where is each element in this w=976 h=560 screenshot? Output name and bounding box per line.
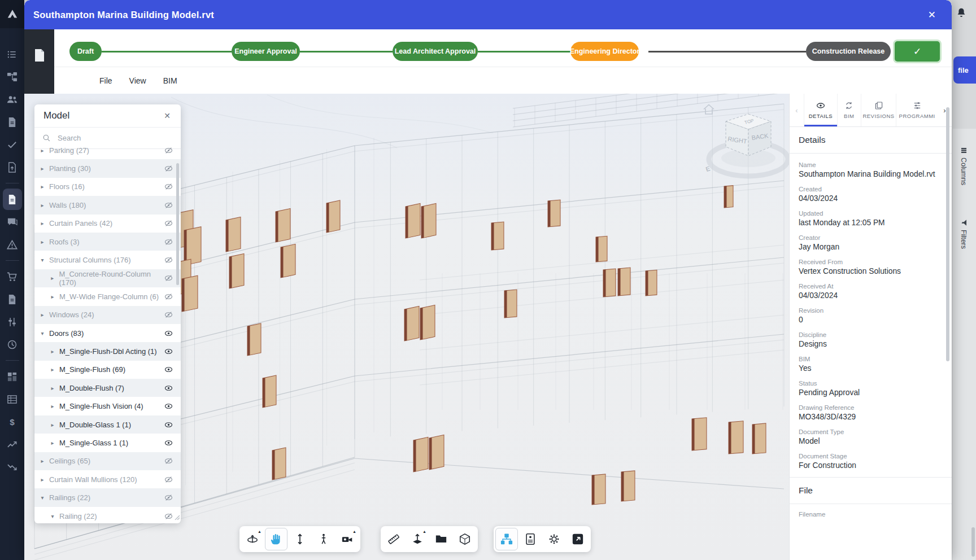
workflow-stage-0[interactable]: Draft <box>69 42 102 61</box>
chevron-right-icon[interactable]: ▸ <box>49 275 55 281</box>
sidebar-item-chat[interactable] <box>3 211 22 233</box>
tree-item[interactable]: ▾Structural Columns (176) <box>34 251 181 269</box>
sidebar-item-check[interactable] <box>3 134 22 155</box>
chevron-right-icon[interactable]: ▸ <box>39 183 46 190</box>
sidebar-item-dollar[interactable]: $ <box>3 411 22 432</box>
visibility-off-button[interactable] <box>164 475 173 484</box>
tool-folder-button[interactable] <box>430 528 452 550</box>
sidebar-item-workflow[interactable] <box>3 66 22 88</box>
chevron-right-icon[interactable]: ▸ <box>49 440 56 446</box>
chevron-right-icon[interactable]: ▸ <box>39 165 46 172</box>
chevron-down-icon[interactable]: ▾ <box>39 495 46 501</box>
tool-measure-button[interactable] <box>382 528 405 550</box>
tab-revisions[interactable]: REVISIONS <box>861 94 896 126</box>
tool-pan-button[interactable] <box>265 528 287 550</box>
tree-item[interactable]: ▸M_Single-Flush (69) <box>34 361 181 379</box>
approve-stage-button[interactable]: ✓ <box>895 41 940 62</box>
tool-zoom-vertical-button[interactable] <box>289 528 311 550</box>
chevron-right-icon[interactable]: ▸ <box>39 239 46 245</box>
tree-item[interactable]: ▸M_W-Wide Flange-Column (6) <box>34 287 181 305</box>
document-tab[interactable] <box>24 29 54 94</box>
details-panel-scrollbar[interactable] <box>946 107 949 361</box>
tree-item[interactable]: ▸Roofs (3) <box>34 233 181 251</box>
chevron-down-icon[interactable]: ▾ <box>39 330 46 336</box>
visibility-off-button[interactable] <box>164 146 173 155</box>
workflow-stage-1[interactable]: Engineer Approval <box>232 42 300 61</box>
tool-properties-button[interactable] <box>519 528 542 550</box>
visibility-off-button[interactable] <box>164 182 173 191</box>
visibility-off-button[interactable] <box>164 219 173 228</box>
tree-item[interactable]: ▸M_Double-Flush (7) <box>34 379 181 397</box>
tree-item[interactable]: ▸Ceilings (65) <box>34 452 181 470</box>
chevron-right-icon[interactable]: ▸ <box>49 348 56 355</box>
tree-item[interactable]: ▸M_Single-Glass 1 (1) <box>34 434 181 452</box>
chevron-right-icon[interactable]: ▸ <box>49 422 56 428</box>
tool-camera-button[interactable]: ▲ <box>336 528 359 550</box>
workflow-stage-2[interactable]: Lead Architect Approval <box>393 42 478 61</box>
workflow-stage-4[interactable]: Construction Release <box>806 42 891 61</box>
tool-fullscreen-button[interactable] <box>567 528 589 550</box>
chevron-right-icon[interactable]: ▸ <box>39 147 46 154</box>
model-search-input[interactable] <box>56 133 160 143</box>
tree-item[interactable]: ▸Curtain Panels (42) <box>34 215 181 233</box>
visibility-off-button[interactable] <box>164 256 173 264</box>
tabs-scroll-right-button[interactable]: › <box>938 94 952 126</box>
sidebar-item-trend-down[interactable] <box>3 456 22 478</box>
visibility-on-button[interactable] <box>164 347 173 356</box>
tool-settings-button[interactable] <box>543 528 565 550</box>
tree-item[interactable]: ▸M_Concrete-Round-Column (170) <box>34 269 181 287</box>
chevron-right-icon[interactable]: ▸ <box>49 385 56 391</box>
visibility-off-button[interactable] <box>164 457 173 465</box>
visibility-on-button[interactable] <box>164 402 173 410</box>
menu-item-view[interactable]: View <box>129 76 146 85</box>
visibility-on-button[interactable] <box>164 329 173 338</box>
columns-toggle[interactable]: Columns <box>960 147 968 185</box>
tree-item[interactable]: ▸Floors (16) <box>34 178 181 196</box>
visibility-on-button[interactable] <box>164 384 173 392</box>
visibility-on-button[interactable] <box>164 421 173 429</box>
tree-item[interactable]: ▾Railings (22) <box>34 488 181 506</box>
chevron-down-icon[interactable]: ▾ <box>39 257 46 263</box>
sidebar-item-cart[interactable] <box>3 266 22 287</box>
tree-item[interactable]: ▾Railing (22) <box>34 507 181 523</box>
visibility-off-button[interactable] <box>164 310 173 319</box>
chevron-down-icon[interactable]: ▾ <box>49 513 56 519</box>
tool-walk-button[interactable] <box>312 528 335 550</box>
sidebar-item-document-active[interactable] <box>3 189 22 210</box>
chevron-right-icon[interactable]: ▸ <box>49 294 56 300</box>
visibility-off-button[interactable] <box>164 238 173 246</box>
sidebar-item-warning[interactable] <box>3 234 22 255</box>
visibility-off-button[interactable] <box>164 292 173 301</box>
tree-item[interactable]: ▸M_Double-Glass 1 (1) <box>34 415 181 434</box>
tree-item[interactable]: ▾Doors (83) <box>34 324 181 342</box>
visibility-on-button[interactable] <box>164 439 173 447</box>
tool-model-box-button[interactable] <box>454 528 476 550</box>
chevron-right-icon[interactable]: ▸ <box>49 366 56 373</box>
visibility-off-button[interactable] <box>164 512 173 520</box>
visibility-on-button[interactable] <box>164 365 173 374</box>
tool-model-tree-button[interactable] <box>495 528 518 550</box>
sidebar-item-team[interactable] <box>3 89 22 110</box>
sidebar-item-adjust[interactable] <box>3 311 22 333</box>
workflow-stage-3[interactable]: Engineering Director <box>570 42 639 61</box>
view-cube[interactable]: RIGHT BACK TOP E N <box>685 97 789 187</box>
upload-file-button[interactable]: file <box>953 56 976 84</box>
tree-item[interactable]: ▸M_Single-Flush-Dbl Acting (1) <box>34 342 181 360</box>
tree-item[interactable]: ▸Curtain Wall Mullions (120) <box>34 470 181 488</box>
chevron-right-icon[interactable]: ▸ <box>49 403 56 409</box>
tool-explode-button[interactable]: ▲ <box>406 528 429 550</box>
chevron-right-icon[interactable]: ▸ <box>39 202 46 208</box>
menu-item-bim[interactable]: BIM <box>163 76 177 85</box>
tree-item[interactable]: ▸M_Single-Flush Vision (4) <box>34 397 181 415</box>
sidebar-item-document-alt[interactable] <box>3 288 22 310</box>
sidebar-item-document[interactable] <box>3 111 22 133</box>
sidebar-item-trend-up[interactable] <box>3 434 22 455</box>
sidebar-item-list[interactable] <box>3 43 22 65</box>
visibility-off-button[interactable] <box>164 201 173 209</box>
filters-toggle[interactable]: Filters <box>960 219 968 249</box>
visibility-off-button[interactable] <box>164 274 173 282</box>
tree-item[interactable]: ▸Windows (24) <box>34 306 181 324</box>
visibility-off-button[interactable] <box>164 164 173 173</box>
chevron-right-icon[interactable]: ▸ <box>39 312 46 318</box>
app-logo-icon[interactable] <box>0 0 24 28</box>
